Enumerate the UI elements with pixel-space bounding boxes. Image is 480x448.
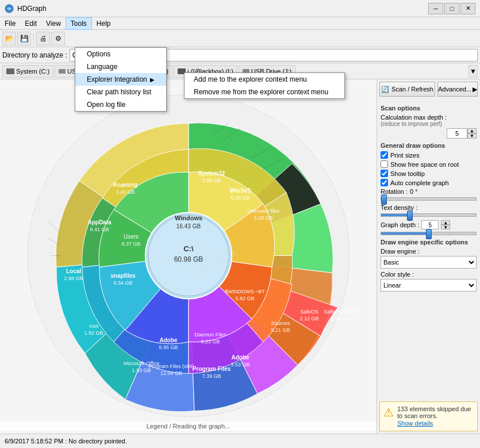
legend-text: Legend / Reading the graph... xyxy=(147,423,231,430)
graph-legend: Legend / Reading the graph... xyxy=(0,422,377,431)
rotation-thumb[interactable] xyxy=(381,194,387,205)
menu-file[interactable]: File xyxy=(0,17,20,30)
menu-explorer-integration[interactable]: Explorer Integration ▶ xyxy=(75,73,166,86)
scan-refresh-button[interactable]: 🔄 Scan / Refresh xyxy=(379,82,435,97)
svg-text:3.58 GB: 3.58 GB xyxy=(202,178,221,183)
svg-text:12.09 GB: 12.09 GB xyxy=(160,370,182,376)
advanced-label: Advanced... xyxy=(438,86,471,93)
menu-options[interactable]: Options xyxy=(75,48,166,60)
menu-clear-path[interactable]: Clear path history list xyxy=(75,86,166,98)
menu-view[interactable]: View xyxy=(41,17,66,30)
graph-depth-input[interactable] xyxy=(421,220,439,229)
scan-refresh-icon: 🔄 xyxy=(381,86,389,93)
minimize-button[interactable]: ─ xyxy=(428,3,443,14)
options-panel: Scan options Calculation max depth : (re… xyxy=(377,99,480,399)
svg-text:9.37 GB: 9.37 GB xyxy=(121,241,140,247)
free-space-label: Show free space on root xyxy=(390,161,459,168)
graph-depth-thumb[interactable] xyxy=(426,229,432,239)
svg-text:7.39 GB: 7.39 GB xyxy=(202,373,221,379)
window-controls: ─ □ ✕ xyxy=(428,3,475,14)
calc-depth-spinner-btns: ▲ ▼ xyxy=(467,128,477,139)
explorer-submenu: Add me to the explorer context menu Remo… xyxy=(184,72,345,99)
rotation-value: 0 ° xyxy=(410,188,418,195)
toolbar: 📂 💾 🖨 ⚙ xyxy=(0,30,480,47)
main-area: C:\ 60.98 GB System32 3.58 GB WinSxS 6.2… xyxy=(0,79,480,434)
tooltip-label: Show tooltip xyxy=(390,170,425,177)
sunburst-chart: C:\ 60.98 GB System32 3.58 GB WinSxS 6.2… xyxy=(10,89,367,424)
menu-language[interactable]: Language xyxy=(75,60,166,73)
svg-text:1.80 GB: 1.80 GB xyxy=(331,316,350,321)
calc-depth-input[interactable] xyxy=(447,128,467,139)
draw-engine-select[interactable]: Basic Advanced xyxy=(381,256,477,269)
menu-help[interactable]: Help xyxy=(92,17,116,30)
svg-text:root: root xyxy=(89,323,98,329)
graph-depth-fill xyxy=(381,232,429,235)
svg-text:6.41 GB: 6.41 GB xyxy=(90,227,109,232)
checkbox-autocomplete: Auto complete graph xyxy=(381,179,477,186)
menu-tools[interactable]: Tools xyxy=(66,17,92,30)
warning-icon: ⚠ xyxy=(383,405,394,419)
graph-depth-track xyxy=(381,232,477,235)
tooltip-checkbox[interactable] xyxy=(381,170,388,177)
rotation-track xyxy=(381,197,477,201)
draw-engine-row: Draw engine : Basic Advanced xyxy=(381,248,477,269)
calc-depth-row: Calculation max depth : (reduce to impro… xyxy=(381,114,477,127)
svg-text:60.98 GB: 60.98 GB xyxy=(174,255,203,263)
add-to-context-menu[interactable]: Add me to the explorer context menu xyxy=(185,73,344,86)
menu-edit[interactable]: Edit xyxy=(20,17,41,30)
calc-depth-down[interactable]: ▼ xyxy=(467,133,477,139)
svg-text:Program Files: Program Files xyxy=(192,366,231,372)
sunburst-svg: C:\ 60.98 GB System32 3.58 GB WinSxS 6.2… xyxy=(10,89,367,423)
svg-text:C:\: C:\ xyxy=(183,244,194,253)
status-text: 6/9/2017 5:18:52 PM : No directory point… xyxy=(5,438,127,445)
calc-depth-up[interactable]: ▲ xyxy=(467,128,477,133)
clear-path-label: Clear path history list xyxy=(87,88,151,96)
scan-btn-area: 🔄 Scan / Refresh Advanced... ▶ xyxy=(377,79,480,99)
svg-text:Sources: Sources xyxy=(271,320,290,326)
open-button[interactable]: 📂 xyxy=(2,32,16,45)
svg-text:Local: Local xyxy=(66,268,80,274)
draw-engine-label: Draw engine : xyxy=(381,248,477,255)
print-sizes-label: Print sizes xyxy=(390,152,420,159)
save-button[interactable]: 💾 xyxy=(17,32,31,45)
menu-open-log[interactable]: Open log file xyxy=(75,98,166,111)
text-density-thumb[interactable] xyxy=(407,210,413,221)
drive-c-icon xyxy=(6,68,14,74)
svg-text:1.92 GB: 1.92 GB xyxy=(84,330,103,336)
drive-e-icon xyxy=(59,69,66,74)
svg-text:5.21 GB: 5.21 GB xyxy=(271,327,290,333)
autocomplete-checkbox[interactable] xyxy=(381,179,388,186)
show-details-link[interactable]: Show details xyxy=(397,420,433,427)
svg-text:6.95 GB: 6.95 GB xyxy=(159,344,178,350)
svg-text:Program Files (x86): Program Files (x86) xyxy=(148,363,194,369)
print-button[interactable]: 🖨 xyxy=(36,32,50,45)
drivesbar-scroll-right[interactable]: ▼ xyxy=(469,65,478,78)
calc-depth-label: Calculation max depth : (reduce to impro… xyxy=(381,114,447,127)
svg-text:SafeOS.Mount: SafeOS.Mount xyxy=(324,309,358,315)
graph-area: C:\ 60.98 GB System32 3.58 GB WinSxS 6.2… xyxy=(0,79,377,434)
warning-text: 133 elements skipped due to scan errors. xyxy=(397,405,474,419)
draw-options-title: General draw options xyxy=(381,142,477,149)
print-sizes-checkbox[interactable] xyxy=(381,151,388,159)
svg-text:3.53 GB: 3.53 GB xyxy=(231,362,249,367)
warning-content: 133 elements skipped due to scan errors.… xyxy=(397,405,474,427)
drive-c[interactable]: System (C:) xyxy=(2,65,53,78)
settings-button[interactable]: ⚙ xyxy=(51,32,65,45)
scan-refresh-label: Scan / Refresh xyxy=(391,86,433,93)
svg-text:2.98 GB: 2.98 GB xyxy=(64,275,83,281)
right-panel: 🔄 Scan / Refresh Advanced... ▶ Scan opti… xyxy=(377,79,480,434)
free-space-checkbox[interactable] xyxy=(381,160,388,168)
svg-text:3.43 GB: 3.43 GB xyxy=(116,189,135,195)
explorer-arrow-icon: ▶ xyxy=(150,76,155,83)
maximize-button[interactable]: □ xyxy=(444,3,459,14)
svg-text:SafeOS: SafeOS xyxy=(300,309,318,315)
checkbox-tooltip: Show tooltip xyxy=(381,170,477,177)
remove-from-context-menu[interactable]: Remove me from the explorer context menu xyxy=(185,86,344,98)
graph-depth-down[interactable]: ▼ xyxy=(441,225,450,229)
svg-text:6.28 GB: 6.28 GB xyxy=(231,195,249,201)
close-button[interactable]: ✕ xyxy=(460,3,475,14)
statusbar: 6/9/2017 5:18:52 PM : No directory point… xyxy=(0,434,480,448)
checkbox-print-sizes: Print sizes xyxy=(381,151,477,159)
advanced-button[interactable]: Advanced... ▶ xyxy=(437,82,478,97)
color-style-select[interactable]: Linear Gradient Pastel xyxy=(381,279,477,292)
